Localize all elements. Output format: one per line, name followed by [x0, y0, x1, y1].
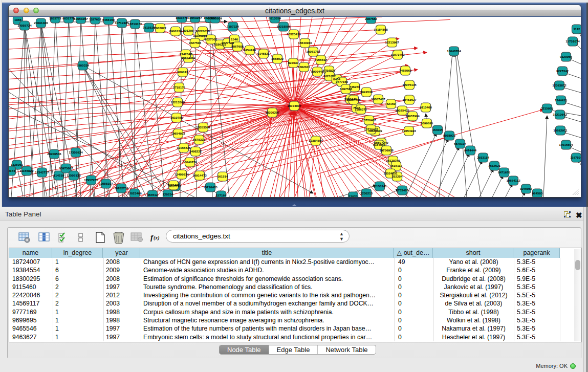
svg-text:15720407: 15720407 [364, 127, 378, 131]
svg-text:164095: 164095 [432, 128, 443, 132]
svg-text:7386372: 7386372 [355, 107, 367, 111]
svg-text:39154: 39154 [9, 169, 15, 172]
svg-text:14055724: 14055724 [17, 24, 32, 27]
svg-text:9327503: 9327503 [189, 41, 202, 45]
svg-text:8960124: 8960124 [169, 29, 182, 33]
svg-text:12505135: 12505135 [67, 173, 81, 177]
svg-text:20364456: 20364456 [346, 98, 361, 101]
svg-text:13226058: 13226058 [195, 29, 210, 33]
svg-text:62160: 62160 [386, 102, 396, 105]
svg-text:1230213: 1230213 [360, 191, 373, 195]
svg-text:14957984: 14957984 [405, 114, 420, 118]
svg-text:12213967: 12213967 [385, 40, 399, 44]
svg-text:10025433: 10025433 [395, 108, 409, 112]
svg-text:12023: 12023 [349, 194, 358, 197]
svg-text:7955812: 7955812 [315, 58, 328, 61]
svg-text:19463627: 19463627 [402, 98, 417, 101]
svg-text:1610755: 1610755 [170, 116, 183, 119]
svg-text:20206536: 20206536 [47, 152, 61, 156]
svg-text:924505: 924505 [532, 191, 543, 195]
svg-text:2805334: 2805334 [77, 63, 90, 67]
svg-text:18300295: 18300295 [265, 111, 279, 114]
svg-text:13975867: 13975867 [59, 166, 73, 170]
svg-text:1335061: 1335061 [11, 163, 24, 166]
svg-text:16914473: 16914473 [192, 173, 207, 177]
svg-text:9146821: 9146821 [257, 52, 270, 55]
svg-text:9115460: 9115460 [420, 105, 432, 109]
svg-text:2933114: 2933114 [477, 156, 489, 159]
svg-text:15716485: 15716485 [203, 185, 217, 189]
svg-text:2867608: 2867608 [231, 45, 244, 48]
svg-text:9227342: 9227342 [556, 69, 569, 73]
svg-text:746266: 746266 [350, 85, 360, 89]
svg-text:16543382: 16543382 [181, 56, 195, 59]
svg-text:10046736: 10046736 [183, 160, 197, 164]
svg-text:2718176: 2718176 [173, 85, 186, 89]
svg-text:120234: 120234 [163, 192, 173, 196]
svg-text:9699695: 9699695 [421, 121, 433, 125]
svg-text:9245052: 9245052 [520, 187, 533, 190]
svg-text:9474444: 9474444 [464, 148, 477, 152]
svg-text:16120746: 16120746 [386, 159, 400, 162]
svg-text:1546: 1546 [231, 37, 238, 41]
svg-text:7515526: 7515526 [143, 26, 156, 29]
svg-text:1588520: 1588520 [271, 57, 284, 60]
svg-text:989012: 989012 [178, 70, 188, 74]
svg-text:15692971: 15692971 [553, 128, 568, 132]
svg-text:11156829: 11156829 [20, 169, 34, 172]
svg-text:7625402: 7625402 [167, 183, 180, 187]
svg-text:12342737: 12342737 [35, 170, 49, 174]
svg-text:1112: 1112 [573, 27, 580, 31]
svg-text:18724007: 18724007 [287, 104, 301, 107]
svg-text:157164: 157164 [216, 193, 227, 197]
svg-text:252254: 252254 [392, 174, 403, 178]
svg-text:161514: 161514 [217, 174, 228, 178]
svg-text:16961758: 16961758 [306, 50, 320, 53]
svg-text:7485063: 7485063 [399, 69, 412, 72]
svg-text:1527602: 1527602 [89, 17, 102, 21]
svg-text:9327503: 9327503 [205, 37, 217, 41]
svg-text:3624534: 3624534 [360, 90, 373, 94]
svg-text:1833779: 1833779 [176, 17, 188, 19]
svg-text:1362615: 1362615 [298, 65, 311, 69]
svg-text:13353594: 13353594 [196, 125, 210, 129]
svg-text:1986: 1986 [14, 18, 21, 21]
svg-text:1167534: 1167534 [570, 156, 581, 159]
svg-text:7663822: 7663822 [154, 26, 167, 30]
svg-text:19756928: 19756928 [379, 148, 394, 152]
svg-text:9329966: 9329966 [560, 55, 573, 58]
svg-text:822037: 822037 [288, 61, 299, 64]
svg-text:984512: 984512 [147, 193, 158, 196]
svg-text:16782759: 16782759 [114, 186, 128, 190]
svg-text:1733426: 1733426 [396, 188, 409, 192]
svg-text:10653267: 10653267 [188, 17, 202, 19]
svg-text:12093872: 12093872 [552, 83, 567, 87]
svg-text:8813054: 8813054 [269, 17, 281, 20]
svg-text:9184067: 9184067 [373, 143, 386, 146]
svg-text:12023466: 12023466 [127, 191, 142, 195]
svg-text:12975135: 12975135 [402, 83, 417, 86]
svg-text:15136141: 15136141 [373, 184, 387, 188]
svg-text:7632621: 7632621 [488, 164, 501, 167]
svg-text:3215955: 3215955 [541, 106, 554, 110]
svg-text:16033809: 16033809 [208, 17, 222, 20]
svg-text:5878332: 5878332 [193, 138, 206, 141]
svg-text:17957235: 17957235 [84, 178, 98, 182]
svg-text:2242848: 2242848 [180, 52, 192, 56]
svg-text:1833772: 1833772 [49, 17, 62, 20]
svg-text:10719185: 10719185 [115, 21, 129, 25]
svg-text:1615112: 1615112 [390, 164, 402, 167]
svg-text:10958107: 10958107 [99, 182, 113, 185]
svg-text:19384554: 19384554 [309, 139, 323, 142]
svg-text:16640910: 16640910 [298, 41, 312, 45]
svg-text:6466160: 6466160 [102, 18, 115, 21]
svg-text:9527508: 9527508 [222, 41, 234, 45]
svg-text:12213369: 12213369 [170, 100, 185, 104]
svg-text:19654923: 19654923 [171, 132, 185, 135]
svg-text:1244415: 1244415 [555, 98, 568, 102]
svg-text:16648784: 16648784 [447, 49, 461, 53]
svg-text:17359924: 17359924 [69, 150, 83, 154]
svg-text:15409934: 15409934 [175, 172, 189, 176]
svg-text:891295: 891295 [183, 29, 194, 32]
svg-text:16713155: 16713155 [128, 22, 142, 26]
